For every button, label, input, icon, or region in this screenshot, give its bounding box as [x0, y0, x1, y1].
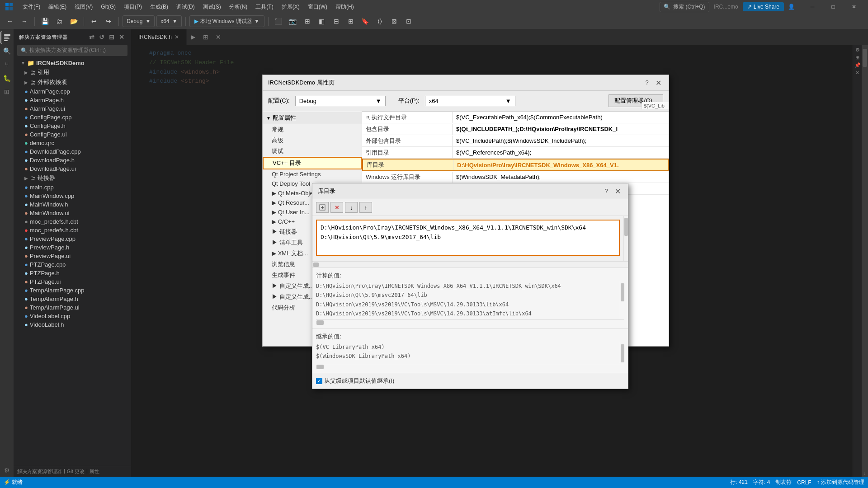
menu-search-box[interactable]: 🔍 搜索 (Ctrl+Q) — [660, 2, 709, 12]
props-row-2[interactable]: 外部包含目录 $(VC_IncludePath);$(WindowsSDK_In… — [362, 135, 669, 147]
lib-inherited-vscroll[interactable] — [620, 343, 624, 363]
toolbar-btn-i[interactable]: ⊠ — [388, 15, 401, 28]
lib-computed-vscroll[interactable] — [620, 282, 624, 319]
menu-item-build[interactable]: 生成(B) — [146, 1, 172, 13]
tree-item-configpage-h[interactable]: ● ConfigPage.h — [14, 122, 131, 130]
props-help-button[interactable]: ? — [642, 78, 651, 87]
menu-item-help[interactable]: 帮助(H) — [332, 1, 358, 13]
toolbar-btn-c[interactable]: ⊞ — [301, 15, 314, 28]
toolbar-btn-d[interactable]: ◧ — [316, 15, 328, 28]
toolbar-btn-f[interactable]: ⊞ — [344, 15, 357, 28]
tree-item-main-cpp[interactable]: ● main.cpp — [14, 183, 131, 192]
toolbar-btn-j[interactable]: ⊡ — [402, 15, 415, 28]
tree-item-dlpage-h[interactable]: ● DownloadPage.h — [14, 156, 131, 164]
menu-item-analyze[interactable]: 分析(N) — [226, 1, 251, 13]
props-item-general[interactable]: 常规 — [263, 124, 362, 135]
lib-down-btn[interactable]: ↓ — [345, 202, 358, 213]
tree-item-videolabel-cpp[interactable]: ● VideoLabel.cpp — [14, 312, 131, 320]
status-add-to-source[interactable]: ↑ 添加到源代码管理 — [817, 479, 864, 486]
menu-item-test[interactable]: 测试(S) — [199, 1, 225, 13]
tree-item-mw-ui[interactable]: ● MainWindow.ui — [14, 209, 131, 217]
minimize-button[interactable]: ─ — [802, 0, 823, 14]
tree-item-tempalarm-h[interactable]: ● TempAlarmPage.h — [14, 295, 131, 303]
sidebar-collapse-icon[interactable]: ⊟ — [108, 33, 116, 41]
footer-git[interactable]: Git 更改 — [67, 468, 85, 475]
platform-select[interactable]: x64 ▼ — [425, 96, 515, 106]
toolbar-save-all[interactable]: 🗂 — [53, 15, 66, 28]
editor-right-close[interactable]: ✕ — [855, 70, 859, 76]
menu-item-extensions[interactable]: 扩展(X) — [278, 1, 303, 13]
lib-computed-scroll-thumb[interactable] — [621, 283, 624, 301]
tree-item-prevpage-h[interactable]: ● PreviewPage.h — [14, 243, 131, 252]
tree-item-dlpage-cpp[interactable]: ● DownloadPage.cpp — [14, 147, 131, 156]
footer-solution[interactable]: 解决方案资源管理器 — [17, 468, 62, 475]
tree-item-tempalarm-cpp[interactable]: ● TempAlarmPage.cpp — [14, 286, 131, 295]
menu-item-git[interactable]: Git(G) — [97, 2, 119, 12]
menu-item-debug[interactable]: 调试(D) — [173, 1, 198, 13]
sidebar-close-icon[interactable]: ✕ — [118, 33, 126, 41]
lib-delete-btn[interactable]: ✕ — [330, 202, 343, 213]
config-select[interactable]: Debug ▼ — [295, 96, 386, 106]
props-row-0[interactable]: 可执行文件目录 $(VC_ExecutablePath_x64);$(Commo… — [362, 112, 669, 123]
platform-dropdown[interactable]: x64 ▼ — [156, 15, 181, 27]
sidebar-search[interactable]: 🔍 搜索解决方案资源管理器(Ctrl+;) — [17, 45, 127, 56]
menu-item-edit[interactable]: 编辑(E) — [45, 1, 70, 13]
activity-search[interactable]: 🔍 — [0, 45, 13, 57]
menu-item-project[interactable]: 项目(P) — [120, 1, 146, 13]
props-item-qt-project[interactable]: Qt Project Settings — [263, 169, 362, 179]
lib-vscroll-thumb[interactable] — [624, 218, 628, 236]
tab-pin-btn[interactable]: ⊞ — [199, 29, 212, 45]
lib-hscrollbar[interactable] — [312, 261, 628, 267]
props-row-3[interactable]: 引用目录 $(VC_ReferencesPath_x64); — [362, 147, 669, 159]
lib-vscrollbar[interactable] — [623, 216, 628, 261]
menu-item-view[interactable]: 视图(V) — [71, 1, 96, 13]
editor-vscroll-thumb[interactable] — [863, 49, 867, 67]
menu-item-window[interactable]: 窗口(W) — [304, 1, 331, 13]
tree-item-alarmpage-cpp[interactable]: ● AlarmPage.cpp — [14, 87, 131, 96]
toolbar-save[interactable]: 💾 — [38, 15, 51, 28]
lib-inherited-hscroll[interactable] — [316, 364, 624, 369]
tree-item-dlpage-ui[interactable]: ● DownloadPage.ui — [14, 164, 131, 173]
props-section-config-header[interactable]: ▼ 配置属性 — [263, 112, 362, 124]
tree-item-ptz-ui[interactable]: ● PTZPage.ui — [14, 277, 131, 286]
lib-computed-hscroll[interactable] — [316, 319, 624, 325]
toolbar-btn-a[interactable]: ⬛ — [272, 15, 285, 28]
toolbar-btn-g[interactable]: 🔖 — [359, 15, 372, 28]
props-row-5[interactable]: Windows 运行库目录 $(WindowsSDK_MetadataPath)… — [362, 171, 669, 183]
footer-props[interactable]: 属性 — [90, 468, 99, 475]
toolbar-btn-h[interactable]: ⟨⟩ — [373, 15, 386, 28]
activity-settings[interactable]: ⚙ — [0, 464, 13, 477]
props-item-debug[interactable]: 调试 — [263, 146, 362, 157]
tree-item-ref[interactable]: ▶ 🗂 引用 — [14, 67, 131, 77]
config-dropdown[interactable]: Debug ▼ — [123, 15, 155, 27]
tab-overflow-btn[interactable]: ▶ — [187, 29, 199, 45]
lib-hscroll-thumb[interactable] — [313, 263, 319, 267]
menu-item-file[interactable]: 文件(F) — [19, 1, 44, 13]
tab-ircnetsdk-h[interactable]: IRCNetSDK.h ✕ — [131, 29, 187, 45]
props-item-vcpp[interactable]: VC++ 目录 — [263, 157, 362, 169]
tree-item-moc1[interactable]: ● moc_predefs.h.cbt — [14, 217, 131, 226]
tree-item-ext-deps[interactable]: ▶ 🗂 外部依赖项 — [14, 77, 131, 87]
lib-close-button[interactable]: ✕ — [613, 186, 623, 196]
maximize-button[interactable]: □ — [823, 0, 844, 14]
props-row-4-highlighted[interactable]: 库目录 D:\HQvision\Pro\Iray\IRCNETSDK_Windo… — [362, 159, 669, 171]
editor-vscrollbar[interactable]: ↓ — [862, 45, 868, 477]
tree-item-prevpage-cpp[interactable]: ● PreviewPage.cpp — [14, 235, 131, 243]
tree-item-mw-h[interactable]: ● MainWindow.h — [14, 200, 131, 209]
tree-item-alarmpage-ui[interactable]: ● AlarmPage.ui — [14, 104, 131, 113]
tree-item-demo-qrc[interactable]: ● demo.qrc — [14, 139, 131, 147]
lib-help-button[interactable]: ? — [602, 186, 611, 195]
toolbar-redo[interactable]: ↪ — [102, 15, 115, 28]
tree-item-linker[interactable]: ▶ 🗂 链接器 — [14, 173, 131, 183]
activity-explorer[interactable] — [0, 31, 13, 44]
tree-item-tempalarm-ui[interactable]: ● TempAlarmPage.ui — [14, 303, 131, 312]
close-button[interactable]: ✕ — [844, 0, 864, 14]
activity-git[interactable]: ⑂ — [0, 58, 13, 71]
tree-item-alarmpage-h[interactable]: ● AlarmPage.h — [14, 96, 131, 104]
run-button[interactable]: ▶ 本地 Windows 调试器 ▼ — [189, 15, 264, 27]
toolbar-btn-b[interactable]: 📷 — [287, 15, 299, 28]
toolbar-forward[interactable]: → — [18, 15, 31, 28]
toolbar-btn-e[interactable]: ⊟ — [330, 15, 343, 28]
sidebar-refresh-icon[interactable]: ↺ — [98, 33, 106, 41]
tree-item-ptz-cpp[interactable]: ● PTZPage.cpp — [14, 260, 131, 269]
